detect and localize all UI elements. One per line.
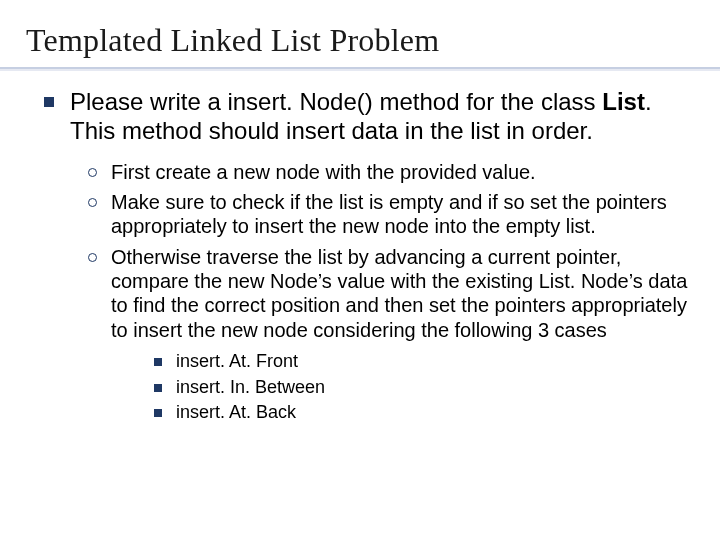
intro-pre: Please write a insert. Node() method for… [70, 88, 602, 115]
square-bullet-icon [154, 409, 162, 417]
intro-text: Please write a insert. Node() method for… [70, 87, 696, 146]
square-bullet-icon [44, 97, 54, 107]
slide-body: Please write a insert. Node() method for… [0, 71, 720, 424]
bullet-level3: insert. In. Between [154, 376, 696, 399]
bullet-level3: insert. At. Front [154, 350, 696, 373]
sub-c: Otherwise traverse the list by advancing… [111, 245, 696, 343]
level2-group: First create a new node with the provide… [44, 160, 696, 343]
intro-bold: List [602, 88, 645, 115]
level3-group: insert. At. Front insert. In. Between in… [44, 350, 696, 424]
bullet-level2: First create a new node with the provide… [88, 160, 696, 184]
case-a: insert. At. Front [176, 350, 696, 373]
bullet-level3: insert. At. Back [154, 401, 696, 424]
case-b: insert. In. Between [176, 376, 696, 399]
bullet-level2: Make sure to check if the list is empty … [88, 190, 696, 239]
square-bullet-icon [154, 384, 162, 392]
circle-bullet-icon [88, 253, 97, 262]
bullet-level2: Otherwise traverse the list by advancing… [88, 245, 696, 343]
sub-b: Make sure to check if the list is empty … [111, 190, 696, 239]
slide: Templated Linked List Problem Please wri… [0, 0, 720, 540]
circle-bullet-icon [88, 198, 97, 207]
slide-title: Templated Linked List Problem [0, 0, 720, 65]
square-bullet-icon [154, 358, 162, 366]
bullet-level1: Please write a insert. Node() method for… [44, 87, 696, 146]
sub-a: First create a new node with the provide… [111, 160, 696, 184]
case-c: insert. At. Back [176, 401, 696, 424]
circle-bullet-icon [88, 168, 97, 177]
